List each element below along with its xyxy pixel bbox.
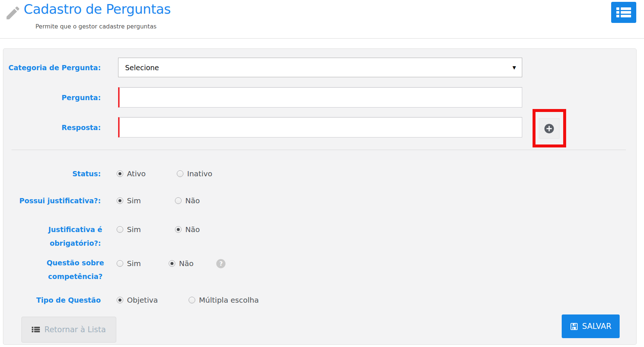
questao-competencia-option-sim[interactable]: Sim xyxy=(117,259,169,268)
radio-icon xyxy=(175,197,182,204)
radio-option-label: Objetiva xyxy=(127,296,158,305)
justificativa-obrigatorio-option-nao[interactable]: Não xyxy=(175,225,200,234)
chevron-down-icon: ▼ xyxy=(513,65,516,70)
tipo-questao-radio-group: Objetiva Múltipla escolha xyxy=(117,295,259,305)
status-label: Status: xyxy=(3,169,101,179)
justificativa-obrigatorio-option-sim[interactable]: Sim xyxy=(117,225,175,234)
th-list-icon xyxy=(616,7,631,18)
categoria-label: Categoria de Pergunta: xyxy=(3,58,101,77)
questao-competencia-label: Questão sobre competência? xyxy=(37,256,114,283)
resposta-label: Resposta: xyxy=(3,117,101,137)
label-line: competência? xyxy=(48,272,103,280)
radio-option-label: Não xyxy=(185,196,200,205)
questao-competencia-option-nao[interactable]: Não xyxy=(169,259,193,268)
possui-justificativa-radio-group: Sim Não xyxy=(117,195,200,206)
radio-option-label: Sim xyxy=(127,259,141,268)
return-button-label: Retornar à Lista xyxy=(44,325,106,334)
question-circle-icon[interactable]: ? xyxy=(216,259,225,268)
form-panel: Categoria de Pergunta: Selecione ▼ Pergu… xyxy=(3,48,637,345)
radio-icon xyxy=(117,170,123,177)
pencil-icon xyxy=(4,4,21,21)
radio-option-label: Não xyxy=(179,259,193,268)
header-divider xyxy=(0,38,644,39)
add-resposta-button[interactable] xyxy=(539,118,559,139)
tipo-questao-label: Tipo de Questão xyxy=(3,295,101,305)
page-subtitle: Permite que o gestor cadastre perguntas xyxy=(35,23,156,30)
radio-option-label: Não xyxy=(185,225,200,234)
possui-justificativa-option-sim[interactable]: Sim xyxy=(117,196,175,205)
categoria-select-value: Selecione xyxy=(125,64,159,72)
radio-option-label: Sim xyxy=(127,196,141,205)
radio-icon xyxy=(189,297,195,303)
radio-icon xyxy=(117,297,123,303)
save-button-label: SALVAR xyxy=(582,322,611,331)
tipo-questao-option-objetiva[interactable]: Objetiva xyxy=(117,296,189,305)
questao-competencia-radio-group: Sim Não ? xyxy=(117,258,225,269)
page-title: Cadastro de Perguntas xyxy=(24,1,171,17)
radio-option-label: Sim xyxy=(127,225,141,234)
radio-icon xyxy=(177,170,183,177)
label-line: Questão sobre xyxy=(47,259,104,267)
possui-justificativa-option-nao[interactable]: Não xyxy=(175,196,200,205)
page: { "header": { "title": "Cadastro de Perg… xyxy=(0,0,644,347)
radio-icon xyxy=(117,226,123,233)
go-to-list-button[interactable] xyxy=(611,2,636,23)
label-line: Justificativa é xyxy=(48,225,102,234)
categoria-select[interactable]: Selecione ▼ xyxy=(118,58,522,77)
th-list-icon xyxy=(32,326,40,333)
section-divider xyxy=(11,150,626,150)
save-button[interactable]: SALVAR xyxy=(562,314,620,338)
pergunta-input[interactable] xyxy=(118,87,522,108)
justificativa-obrigatorio-label: Justificativa é obrigatório?: xyxy=(37,223,114,250)
label-line: obrigatório?: xyxy=(50,239,101,247)
floppy-icon xyxy=(570,322,578,331)
justificativa-obrigatorio-radio-group: Sim Não xyxy=(117,224,200,235)
status-radio-group: Ativo Inativo xyxy=(117,169,212,179)
plus-circle-icon xyxy=(544,123,554,134)
radio-icon xyxy=(117,260,123,267)
tipo-questao-option-multipla[interactable]: Múltipla escolha xyxy=(189,296,259,305)
return-to-list-button[interactable]: Retornar à Lista xyxy=(21,317,116,343)
resposta-input[interactable] xyxy=(118,117,522,137)
possui-justificativa-label: Possui justificativa?: xyxy=(3,195,101,206)
radio-option-label: Ativo xyxy=(127,169,146,178)
pergunta-label: Pergunta: xyxy=(3,87,101,108)
radio-icon xyxy=(169,260,175,267)
status-option-inativo[interactable]: Inativo xyxy=(177,169,212,178)
radio-option-label: Inativo xyxy=(187,169,212,178)
radio-icon xyxy=(175,226,182,233)
radio-icon xyxy=(117,197,123,204)
status-option-ativo[interactable]: Ativo xyxy=(117,169,177,178)
radio-option-label: Múltipla escolha xyxy=(199,296,259,305)
